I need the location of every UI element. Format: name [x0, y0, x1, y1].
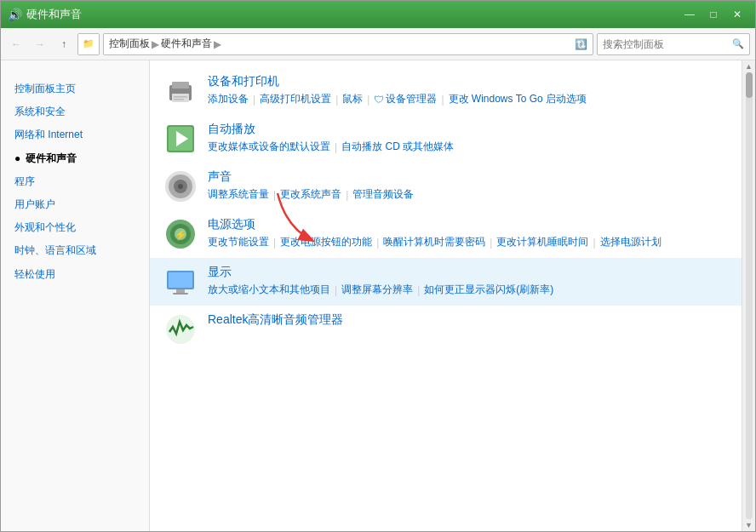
adjust-volume-link[interactable]: 调整系统音量: [208, 187, 269, 202]
add-device-link[interactable]: 添加设备: [208, 92, 249, 106]
mouse-link[interactable]: 鼠标: [342, 92, 363, 106]
scroll-down[interactable]: ▼: [745, 521, 753, 529]
sep10: |: [490, 237, 492, 249]
forward-button[interactable]: →: [30, 34, 50, 54]
address-separator-2: ▶: [214, 38, 221, 50]
content-area: 设备和打印机 添加设备 | 高级打印机设置 | 鼠标 | 🛡 设备管理器 | 更…: [150, 60, 742, 531]
devices-content: 设备和打印机 添加设备 | 高级打印机设置 | 鼠标 | 🛡 设备管理器 | 更…: [208, 74, 728, 106]
advanced-printer-link[interactable]: 高级打印机设置: [260, 92, 331, 106]
scroll-up[interactable]: ▲: [745, 62, 753, 71]
sep13: |: [417, 284, 420, 296]
address-separator-1: ▶: [152, 38, 159, 50]
sidebar-item-users[interactable]: 用户账户: [1, 193, 149, 216]
change-sound-link[interactable]: 更改系统声音: [280, 187, 341, 202]
back-button[interactable]: ←: [6, 34, 26, 54]
sidebar-item-network[interactable]: 网络和 Internet: [1, 123, 149, 146]
power-title[interactable]: 电源选项: [208, 217, 728, 232]
search-box[interactable]: 🔍: [597, 33, 750, 55]
autoplay-icon: [163, 122, 198, 156]
search-icon: 🔍: [732, 38, 744, 49]
change-power-settings-link[interactable]: 更改节能设置: [208, 235, 269, 249]
sidebar-item-ease[interactable]: 轻松使用: [1, 263, 149, 286]
resolution-link[interactable]: 调整屏幕分辨率: [341, 283, 413, 297]
sound-links: 调整系统音量 | 更改系统声音 | 管理音频设备: [208, 187, 728, 202]
address-bar: ← → ↑ 📁 控制面板 ▶ 硬件和声音 ▶ 🔃 🔍: [1, 28, 755, 60]
sidebar: 控制面板主页 系统和安全 网络和 Internet ● 硬件和声音 程序 用户账…: [1, 60, 150, 531]
autoplay-svg: [164, 123, 197, 155]
sep3: |: [367, 94, 369, 106]
sep5: |: [335, 141, 337, 153]
devices-links: 添加设备 | 高级打印机设置 | 鼠标 | 🛡 设备管理器 | 更改 Windo…: [208, 92, 728, 106]
svg-rect-19: [176, 289, 185, 293]
sidebar-item-clock[interactable]: 时钟、语言和区域: [1, 239, 149, 262]
svg-text:⚡: ⚡: [175, 228, 187, 241]
window-icon: 🔊: [8, 8, 21, 21]
sound-title[interactable]: 声音: [208, 169, 728, 185]
sep1: |: [253, 94, 255, 106]
address-path: 控制面板 ▶ 硬件和声音 ▶: [109, 37, 571, 51]
realtek-icon: [163, 312, 198, 346]
right-scrollbar[interactable]: ▲ ▼: [742, 60, 755, 531]
change-media-default-link[interactable]: 更改媒体或设备的默认设置: [208, 140, 330, 154]
sidebar-item-home[interactable]: 控制面板主页: [1, 77, 149, 100]
devices-title[interactable]: 设备和打印机: [208, 74, 728, 89]
cp-item-realtek: Realtek高清晰音频管理器: [150, 306, 742, 353]
svg-rect-3: [174, 96, 187, 98]
cp-item-devices: 设备和打印机 添加设备 | 高级打印机设置 | 鼠标 | 🛡 设备管理器 | 更…: [150, 67, 742, 115]
sidebar-item-hardware[interactable]: ● 硬件和声音: [1, 147, 149, 170]
sidebar-item-system[interactable]: 系统和安全: [1, 100, 149, 123]
close-button[interactable]: ✕: [726, 6, 748, 23]
svg-rect-18: [169, 272, 192, 288]
display-content: 显示 放大或缩小文本和其他项目 | 调整屏幕分辨率 | 如何更正显示器闪烁(刷新…: [208, 265, 728, 297]
title-bar: 🔊 硬件和声音 — □ ✕: [1, 1, 755, 28]
cp-item-sound: 声音 调整系统音量 | 更改系统声音 | 管理音频设备: [150, 163, 742, 210]
flicker-link[interactable]: 如何更正显示器闪烁(刷新率): [424, 283, 553, 297]
device-manager-link[interactable]: 🛡 设备管理器: [374, 92, 437, 106]
address-box[interactable]: 控制面板 ▶ 硬件和声音 ▶ 🔃: [103, 33, 593, 55]
display-icon: [163, 265, 198, 299]
sound-svg: [164, 170, 197, 203]
svg-rect-4: [174, 99, 184, 100]
sidebar-item-appearance[interactable]: 外观和个性化: [1, 216, 149, 239]
autoplay-cd-link[interactable]: 自动播放 CD 或其他媒体: [341, 140, 454, 154]
sidebar-programs-label: 程序: [14, 174, 35, 190]
windows-to-go-link[interactable]: 更改 Windows To Go 启动选项: [449, 92, 587, 106]
sep2: |: [335, 94, 338, 106]
cp-item-autoplay: 自动播放 更改媒体或设备的默认设置 | 自动播放 CD 或其他媒体: [150, 115, 742, 163]
zoom-text-link[interactable]: 放大或缩小文本和其他项目: [208, 283, 330, 297]
power-svg: ⚡: [164, 218, 197, 250]
minimize-button[interactable]: —: [679, 6, 701, 23]
power-content: 电源选项 更改节能设置 | 更改电源按钮的功能 | 唤醒计算机时需要密码 | 更…: [208, 217, 728, 249]
up-button[interactable]: ↑: [54, 34, 74, 54]
manage-audio-link[interactable]: 管理音频设备: [352, 187, 414, 202]
sep9: |: [376, 237, 379, 249]
svg-rect-20: [173, 293, 188, 295]
power-button-link[interactable]: 更改电源按钮的功能: [280, 235, 372, 249]
sidebar-network-label: 网络和 Internet: [14, 127, 83, 143]
power-plan-link[interactable]: 选择电源计划: [600, 235, 662, 249]
sidebar-clock-label: 时钟、语言和区域: [14, 243, 96, 259]
power-links: 更改节能设置 | 更改电源按钮的功能 | 唤醒计算机时需要密码 | 更改计算机睡…: [208, 235, 728, 249]
realtek-title[interactable]: Realtek高清晰音频管理器: [208, 312, 728, 328]
sidebar-section: 控制面板主页 系统和安全 网络和 Internet ● 硬件和声音 程序 用户账…: [1, 77, 149, 286]
scrollbar-thumb[interactable]: [746, 72, 753, 98]
sound-icon: [163, 169, 198, 203]
display-title[interactable]: 显示: [208, 265, 728, 280]
autoplay-links: 更改媒体或设备的默认设置 | 自动播放 CD 或其他媒体: [208, 140, 728, 154]
refresh-button[interactable]: 🔃: [575, 38, 587, 50]
folder-icon: 📁: [77, 33, 100, 55]
maximize-button[interactable]: □: [702, 6, 724, 23]
autoplay-title[interactable]: 自动播放: [208, 122, 728, 137]
main-layout: 控制面板主页 系统和安全 网络和 Internet ● 硬件和声音 程序 用户账…: [1, 60, 755, 531]
search-input[interactable]: [603, 38, 732, 50]
scrollbar-track[interactable]: [746, 72, 753, 519]
sidebar-item-programs[interactable]: 程序: [1, 170, 149, 193]
sep12: |: [335, 284, 337, 296]
window: 🔊 硬件和声音 — □ ✕ ← → ↑ 📁 控制面板 ▶ 硬件和声音 ▶ 🔃 🔍: [0, 0, 756, 532]
window-title: 硬件和声音: [26, 7, 679, 22]
sleep-time-link[interactable]: 更改计算机睡眠时间: [496, 235, 588, 249]
wake-password-link[interactable]: 唤醒计算机时需要密码: [383, 235, 485, 249]
svg-rect-2: [172, 94, 189, 102]
sep7: |: [346, 189, 348, 201]
sidebar-system-label: 系统和安全: [14, 104, 66, 120]
